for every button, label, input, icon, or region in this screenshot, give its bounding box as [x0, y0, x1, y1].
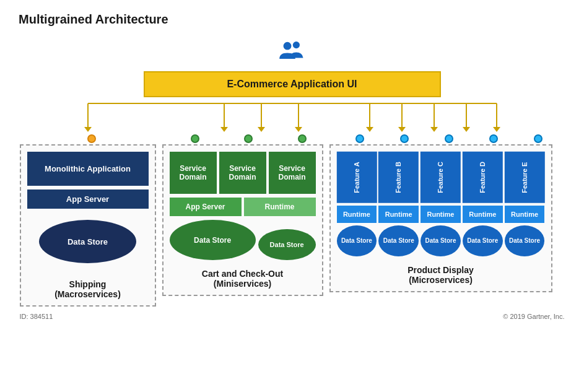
data-store-blue-5: Data Store: [505, 225, 545, 256]
data-store-big-cart: Data Store: [170, 220, 256, 260]
runtime-blue-3: Runtime: [421, 206, 461, 223]
connector-circle-product-2: [400, 134, 409, 143]
svg-marker-16: [430, 127, 438, 132]
shipping-title: Shipping (Macroservices): [54, 279, 121, 299]
cart-service-domains-row: Service Domain Service Domain Service Do…: [170, 152, 316, 194]
feature-d: Feature D: [463, 152, 503, 203]
data-store-block-shipping: Data Store: [39, 220, 136, 263]
page-title: Multigrained Architecture: [19, 12, 565, 27]
data-store-small-cart: Data Store: [258, 229, 316, 260]
diagram-container: E-Commerce Application UI: [19, 37, 565, 320]
service-domain-1: Service Domain: [170, 152, 217, 194]
feature-a: Feature A: [337, 152, 377, 203]
connector-circle-product-3: [445, 134, 453, 143]
svg-marker-20: [493, 127, 500, 132]
svg-marker-12: [366, 127, 373, 132]
features-row: Feature A Feature B Feature C Feature D …: [337, 152, 545, 203]
svg-marker-14: [398, 127, 406, 132]
app-server-block-shipping: App Server: [27, 189, 149, 209]
connector-circle-shipping: [87, 134, 96, 143]
connector-circle-cart-2: [244, 134, 253, 143]
product-datastore-row: Data Store Data Store Data Store Data St…: [337, 225, 545, 256]
svg-point-1: [292, 41, 299, 48]
feature-b: Feature B: [378, 152, 419, 203]
product-inner: Feature A Feature B Feature C Feature D …: [337, 152, 545, 256]
connectors-row: [20, 134, 565, 143]
svg-marker-10: [295, 127, 302, 132]
footer-copyright: © 2019 Gartner, Inc.: [503, 313, 564, 320]
monolithic-app-block: Monolithic Application: [27, 152, 149, 186]
feature-e: Feature E: [505, 152, 545, 203]
runtime-block-cart: Runtime: [244, 198, 316, 216]
svg-marker-18: [463, 127, 470, 132]
svg-point-0: [283, 42, 291, 50]
cart-section: Service Domain Service Domain Service Do…: [162, 144, 323, 296]
connecting-lines: [20, 97, 565, 134]
ecommerce-bar: E-Commerce Application UI: [144, 71, 441, 97]
product-runtime-row: Runtime Runtime Runtime Runtime Runtime: [337, 206, 545, 223]
connector-circle-product-4: [489, 134, 498, 143]
footer-row: ID: 384511 © 2019 Gartner, Inc.: [20, 313, 565, 320]
svg-marker-4: [84, 127, 92, 132]
connector-circle-product-5: [534, 134, 543, 143]
sections-row: Monolithic Application App Server Data S…: [20, 144, 565, 307]
svg-marker-8: [258, 127, 265, 132]
shipping-section: Monolithic Application App Server Data S…: [20, 144, 156, 307]
data-store-blue-1: Data Store: [337, 225, 377, 256]
data-store-blue-2: Data Store: [378, 225, 419, 256]
connector-circle-cart-3: [298, 134, 307, 143]
runtime-blue-5: Runtime: [505, 206, 545, 223]
user-icon: [277, 37, 307, 69]
data-store-blue-4: Data Store: [463, 225, 503, 256]
cart-title: Cart and Check-Out (Miniservices): [202, 269, 283, 289]
app-server-block-cart: App Server: [170, 198, 242, 216]
product-section: Feature A Feature B Feature C Feature D …: [329, 144, 552, 292]
runtime-blue-2: Runtime: [378, 206, 419, 223]
cart-datastores-row: Data Store Data Store: [170, 220, 316, 260]
runtime-blue-1: Runtime: [337, 206, 377, 223]
service-domain-3: Service Domain: [269, 152, 316, 194]
cart-mid-row: App Server Runtime: [170, 198, 316, 216]
connector-circle-cart-1: [191, 134, 199, 143]
connector-circle-product-1: [355, 134, 364, 143]
footer-id: ID: 384511: [20, 313, 53, 320]
svg-marker-6: [220, 127, 228, 132]
cart-inner: Service Domain Service Domain Service Do…: [170, 152, 316, 260]
user-icon-wrap: [277, 37, 307, 69]
runtime-blue-4: Runtime: [463, 206, 503, 223]
product-title: Product Display (Microservices): [407, 265, 474, 285]
data-store-blue-3: Data Store: [421, 225, 461, 256]
feature-c: Feature C: [421, 152, 461, 203]
service-domain-2: Service Domain: [219, 152, 266, 194]
